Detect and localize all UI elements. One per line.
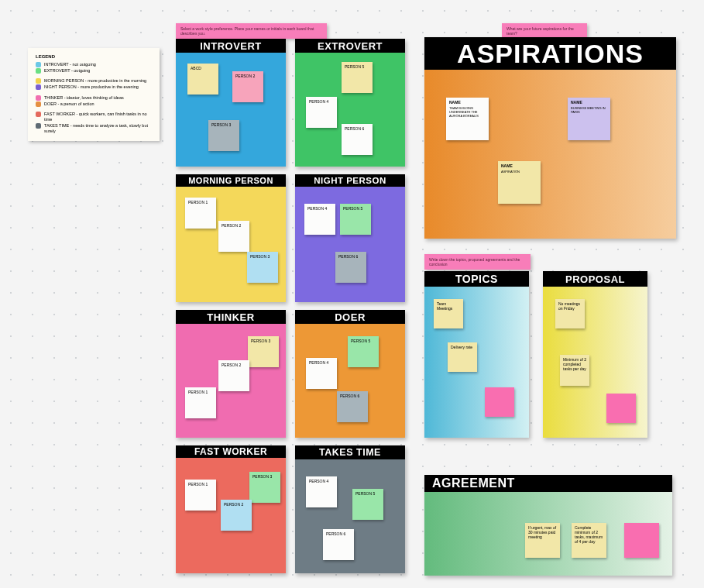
board-fast[interactable]: FAST WORKER PERSON 3 PERSON 1 PERSON 2 — [176, 445, 286, 573]
board-title: ASPIRATIONS — [424, 37, 676, 70]
sticky-note[interactable]: PERSON 1 — [185, 387, 216, 418]
board-doer[interactable]: DOER PERSON 5 PERSON 4 PERSON 6 — [295, 310, 405, 438]
board-title: DOER — [295, 310, 405, 324]
label-work-style[interactable]: Select a work style preference. Place yo… — [176, 23, 327, 39]
board-introvert[interactable]: INTROVERT ABCD PERSON 2 PERSON 3 — [176, 39, 286, 167]
note-name: NAME — [449, 100, 486, 105]
legend-card: LEGEND INTROVERT - not outgoing EXTROVER… — [28, 48, 160, 141]
board-thinker[interactable]: THINKER PERSON 3 PERSON 2 PERSON 1 — [176, 310, 286, 438]
sticky-note[interactable]: PERSON 4 — [304, 204, 335, 235]
legend-item: NIGHT PERSON - more productive in the ev… — [44, 84, 139, 90]
sticky-note[interactable]: PERSON 1 — [185, 198, 216, 229]
sticky-note[interactable]: PERSON 6 — [335, 252, 366, 283]
board-takes-time[interactable]: TAKES TIME PERSON 4 PERSON 5 PERSON 6 — [295, 445, 405, 573]
sticky-note[interactable]: PERSON 3 — [247, 252, 278, 283]
note-body: TEAM BUILDING UNDERNEATH THE AURORA BORE… — [449, 107, 486, 118]
sticky-note[interactable]: PERSON 3 — [248, 336, 279, 367]
sticky-note[interactable] — [624, 523, 659, 558]
sticky-note[interactable]: PERSON 5 — [342, 62, 373, 93]
board-proposal[interactable]: PROPOSAL No meetings on Friday Minimum o… — [543, 271, 647, 438]
sticky-note[interactable] — [606, 394, 636, 423]
sticky-note[interactable]: PERSON 4 — [306, 358, 337, 389]
board-night[interactable]: NIGHT PERSON PERSON 4 PERSON 5 PERSON 6 — [295, 174, 405, 302]
sticky-note[interactable]: NAME TEAM BUILDING UNDERNEATH THE AURORA… — [446, 98, 489, 140]
note-name: NAME — [501, 163, 537, 168]
board-title: INTROVERT — [176, 39, 286, 53]
sticky-note[interactable]: ABCD — [187, 64, 218, 95]
legend-item: INTROVERT - not outgoing — [44, 62, 96, 67]
sticky-note[interactable]: If urgent, max of 30 minutes paid meetin… — [525, 523, 560, 558]
sticky-note[interactable]: PERSON 6 — [342, 124, 373, 155]
legend-item: TAKES TIME - needs time to analyze a tas… — [44, 123, 152, 134]
label-topics[interactable]: Write down the topics, proposed agreemen… — [424, 254, 531, 270]
board-title: PROPOSAL — [543, 271, 647, 287]
board-agreement[interactable]: AGREEMENT If urgent, max of 30 minutes p… — [424, 475, 672, 576]
sticky-note[interactable]: PERSON 5 — [340, 204, 371, 235]
sticky-note[interactable]: PERSON 3 — [208, 120, 239, 151]
sticky-note[interactable]: No meetings on Friday — [555, 299, 585, 328]
label-aspirations[interactable]: What are your future aspirations for the… — [502, 23, 587, 39]
legend-item: FAST WORKER - quick workers, can finish … — [44, 112, 152, 122]
sticky-note[interactable]: NAME ASPIRATION — [498, 161, 541, 204]
board-morning[interactable]: MORNING PERSON PERSON 1 PERSON 2 PERSON … — [176, 174, 286, 302]
sticky-note[interactable]: PERSON 2 — [221, 500, 252, 531]
board-title: MORNING PERSON — [176, 174, 286, 187]
sticky-note[interactable]: PERSON 1 — [185, 480, 216, 511]
board-title: THINKER — [176, 310, 286, 324]
sticky-note[interactable]: Complete minimum of 2 tasks, maximum of … — [572, 523, 606, 558]
sticky-note[interactable]: Minimum of 2 completed tasks per day — [560, 355, 589, 386]
board-title: AGREEMENT — [424, 475, 672, 492]
legend-title: LEGEND — [36, 54, 152, 59]
board-aspirations[interactable]: ASPIRATIONS NAME TEAM BUILDING UNDERNEAT… — [424, 37, 676, 239]
sticky-note[interactable]: Delivery rate — [448, 342, 477, 372]
note-body: BUSINESS MEETING IN PARIS — [571, 107, 607, 115]
sticky-note[interactable]: PERSON 2 — [232, 71, 263, 102]
sticky-note[interactable]: PERSON 5 — [352, 489, 383, 520]
sticky-note[interactable]: PERSON 6 — [337, 391, 368, 422]
sticky-note[interactable]: Team Meetings — [434, 299, 463, 328]
note-name: NAME — [571, 100, 607, 105]
board-title: TOPICS — [424, 271, 529, 287]
board-title: NIGHT PERSON — [295, 174, 405, 187]
legend-item: MORNING PERSON - more productive in the … — [44, 78, 146, 84]
legend-item: DOER - a person of action — [44, 101, 94, 107]
sticky-note[interactable]: NAME BUSINESS MEETING IN PARIS — [568, 98, 610, 140]
sticky-note[interactable]: PERSON 4 — [306, 476, 337, 507]
sticky-note[interactable]: PERSON 4 — [306, 97, 337, 128]
legend-item: EXTROVERT - outgoing — [44, 68, 90, 74]
legend-item: THINKER - ideator, loves thinking of ide… — [44, 95, 124, 101]
board-title: EXTROVERT — [295, 39, 405, 53]
board-extrovert[interactable]: EXTROVERT PERSON 5 PERSON 4 PERSON 6 — [295, 39, 405, 167]
board-title: FAST WORKER — [176, 445, 286, 458]
sticky-note[interactable]: PERSON 6 — [323, 529, 354, 560]
sticky-note[interactable] — [485, 387, 514, 417]
note-body: ASPIRATION — [501, 170, 537, 174]
sticky-note[interactable]: PERSON 2 — [218, 360, 249, 391]
sticky-note[interactable]: PERSON 3 — [249, 472, 280, 503]
sticky-note[interactable]: PERSON 5 — [348, 336, 379, 367]
board-topics[interactable]: TOPICS Team Meetings Delivery rate — [424, 271, 529, 438]
board-title: TAKES TIME — [295, 445, 405, 459]
sticky-note[interactable]: PERSON 2 — [218, 221, 249, 252]
